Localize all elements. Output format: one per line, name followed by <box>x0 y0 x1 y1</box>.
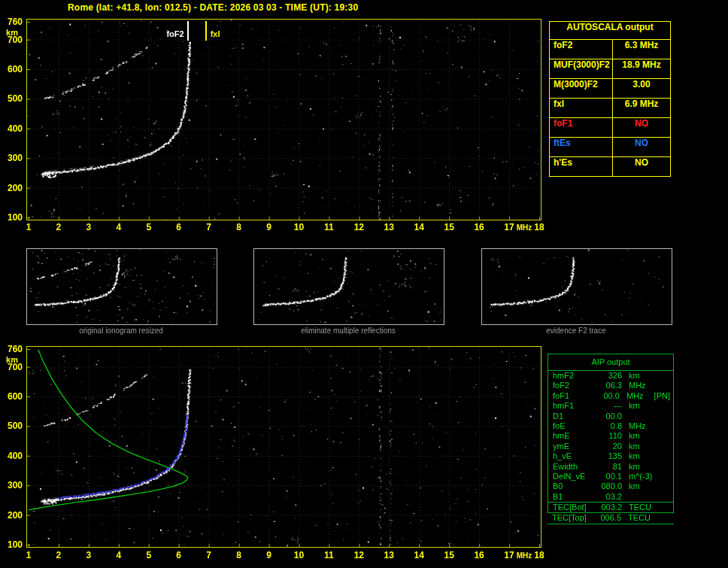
row-value: 0.8 <box>592 421 622 431</box>
x-axis-tick-label: 12 <box>350 222 368 232</box>
row-extra <box>670 431 673 441</box>
row-unit: TECU <box>621 513 657 523</box>
x-axis-tick-label: 3 <box>80 550 98 560</box>
x-axis-tick-label: 8 <box>230 222 248 232</box>
x-axis-tick-label: 2 <box>50 550 68 560</box>
y-axis-unit-label: km <box>0 28 23 37</box>
row-label: B1 <box>548 492 592 502</box>
row-extra <box>670 451 673 461</box>
row-unit: km <box>622 451 657 461</box>
x-axis-unit-label: MHz <box>514 551 535 560</box>
x-axis-tick-label: 8 <box>230 550 248 560</box>
x-axis-tick-label: 9 <box>260 550 278 560</box>
row-label: DelN_vE <box>548 472 592 481</box>
row-extra <box>670 481 673 491</box>
row-extra <box>670 381 673 390</box>
x-axis-tick-label: 10 <box>290 550 308 560</box>
x-axis-tick-label: 13 <box>380 222 398 232</box>
y-axis-tick-label: 100 <box>0 212 23 223</box>
row-extra <box>670 462 673 472</box>
x-axis-tick-label: 3 <box>80 222 98 232</box>
row-extra <box>670 371 673 381</box>
row-label: fxI <box>550 99 613 117</box>
x-axis-tick-label: 7 <box>200 550 218 560</box>
aip-row-fof2: foF206.3MHz <box>548 381 673 390</box>
y-axis-tick-label: 500 <box>0 421 23 431</box>
row-extra <box>670 492 673 502</box>
row-unit: MHz <box>620 391 654 401</box>
row-unit: MHz <box>622 381 657 390</box>
row-value: 00.0 <box>592 412 622 421</box>
x-axis-tick-label: 18 <box>530 222 548 232</box>
aip-row-hme: hmE110km <box>548 431 673 441</box>
x-axis-tick-label: 16 <box>470 550 488 560</box>
aip-output-box: AIP output hmF2326km foF206.3MHz foF100.… <box>548 354 674 513</box>
x-axis-tick-label: 6 <box>170 222 188 232</box>
x-axis-tick-label: 17 <box>500 550 518 560</box>
row-unit: km <box>622 401 657 411</box>
row-value: 003.2 <box>592 503 622 512</box>
row-extra <box>670 412 673 421</box>
row-label: hmF2 <box>548 371 592 381</box>
row-label: M(3000)F2 <box>550 79 613 98</box>
row-label: MUF(3000)F2 <box>550 59 613 78</box>
thumbnail-eliminate-canvas <box>254 249 442 323</box>
autoscala-output-table: AUTOSCALA output foF2 6.3 MHz MUF(3000)F… <box>549 21 671 177</box>
row-label: Ewidth <box>548 462 592 472</box>
autoscala-row-fof2: foF2 6.3 MHz <box>550 40 670 59</box>
row-label: foE <box>548 421 592 431</box>
y-axis-tick-label: 700 <box>0 35 23 45</box>
x-axis-tick-label: 4 <box>110 550 128 560</box>
row-extra: [PN] <box>654 391 673 401</box>
row-extra <box>670 442 673 451</box>
x-axis-tick-label: 11 <box>320 550 338 560</box>
aip-row-b0: B0080.0km <box>548 481 673 491</box>
x-axis-tick-label: 2 <box>50 222 68 232</box>
thumbnail-caption-evidence: evidence F2 trace <box>481 327 671 335</box>
x-axis-tick-label: 4 <box>110 222 128 232</box>
row-value: 3.00 <box>613 79 670 98</box>
x-axis-tick-label: 1 <box>20 550 38 560</box>
y-axis-tick-label: 300 <box>0 153 23 163</box>
aip-output-panel: AIP output hmF2326km foF206.3MHz foF100.… <box>548 354 674 524</box>
row-unit: km <box>622 442 657 451</box>
x-axis-tick-label: 14 <box>410 222 428 232</box>
autoscala-row-ftes: ftEs NO <box>550 138 670 157</box>
x-axis-unit-label: MHz <box>514 223 535 232</box>
thumbnail-evidence-f2 <box>481 248 672 325</box>
x-axis-tick-label: 11 <box>320 222 338 232</box>
y-axis-tick-label: 600 <box>0 391 23 402</box>
row-extra <box>670 503 673 512</box>
x-axis-tick-label: 1 <box>20 222 38 232</box>
row-value: NO <box>613 118 670 137</box>
row-label: foF2 <box>550 40 613 59</box>
x-axis-tick-label: 9 <box>260 222 278 232</box>
y-axis-tick-label: 200 <box>0 510 23 521</box>
aip-table-title: AIP output <box>548 354 673 371</box>
aip-row-tectop: TEC[Top]006.5TECU <box>548 513 674 524</box>
y-axis-unit-label: km <box>0 355 23 364</box>
row-unit: km <box>622 481 657 491</box>
page-title: Rome (lat: +41.8, lon: 012.5) - DATE: 20… <box>68 2 358 13</box>
y-axis-tick-label: 400 <box>0 123 23 134</box>
aip-row-foe: foE0.8MHz <box>548 421 673 431</box>
y-axis-tick-label: 200 <box>0 183 23 193</box>
thumbnail-evidence-canvas <box>482 249 670 323</box>
row-value: 06.3 <box>592 381 622 390</box>
row-label: foF1 <box>550 118 613 137</box>
row-value: 20 <box>592 442 622 451</box>
autoscala-row-fof1: foF1 NO <box>550 118 670 138</box>
row-unit <box>622 492 657 502</box>
x-axis-tick-label: 15 <box>440 550 458 560</box>
aip-row-d1: D100.0 <box>548 412 673 421</box>
row-unit: km <box>622 371 657 381</box>
thumbnail-eliminate-reflections <box>253 248 444 325</box>
row-value: 110 <box>592 431 622 441</box>
x-axis-tick-label: 14 <box>410 550 428 560</box>
row-value: 00.1 <box>592 472 622 481</box>
row-value: 080.0 <box>592 481 622 491</box>
y-axis-tick-label: 760 <box>0 344 23 354</box>
row-label: TEC[Top] <box>548 513 591 523</box>
row-unit: km <box>622 431 657 441</box>
aip-row-hmf2: hmF2326km <box>548 371 673 381</box>
